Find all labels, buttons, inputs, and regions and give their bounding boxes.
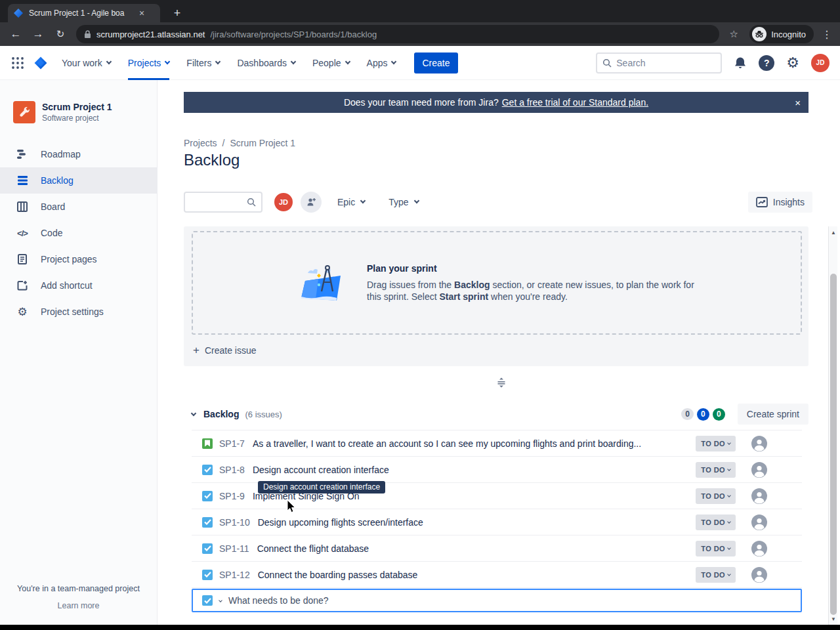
task-check-icon xyxy=(204,519,211,525)
issue-status[interactable]: TO DO xyxy=(696,567,736,583)
notifications-bell-icon[interactable] xyxy=(734,56,747,70)
chevron-down-icon xyxy=(727,572,731,576)
new-issue-input[interactable] xyxy=(228,595,794,606)
issue-type-icon[interactable] xyxy=(202,595,213,606)
roadmap-icon xyxy=(16,149,29,159)
issue-status[interactable]: TO DO xyxy=(696,436,736,452)
global-search-input[interactable] xyxy=(616,58,708,68)
issue-row[interactable]: SP1-12 Connect the boarding passes datab… xyxy=(192,562,802,588)
issue-key: SP1-7 xyxy=(219,438,245,449)
issue-row[interactable]: SP1-7 As a traveller, I want to create a… xyxy=(192,430,802,457)
jira-favicon xyxy=(13,8,24,18)
issue-type-icon xyxy=(202,491,213,501)
issue-type-icon xyxy=(202,438,213,449)
sidebar-item-label: Add shortcut xyxy=(41,280,93,291)
issue-status[interactable]: TO DO xyxy=(696,541,736,556)
settings-gear-icon[interactable] xyxy=(786,56,799,70)
breadcrumb-projects[interactable]: Projects xyxy=(184,138,217,148)
issue-status[interactable]: TO DO xyxy=(696,514,736,530)
scrollbar[interactable] xyxy=(828,226,837,625)
sidebar-item-backlog[interactable]: Backlog xyxy=(0,167,157,194)
banner-trial-link[interactable]: Get a free trial of our Standard plan. xyxy=(502,97,648,108)
breadcrumb-current[interactable]: Scrum Project 1 xyxy=(230,138,295,148)
issue-status[interactable]: TO DO xyxy=(696,462,736,478)
nav-your-work[interactable]: Your work xyxy=(62,46,111,80)
sidebar-menu: Roadmap Backlog Board </> Code xyxy=(0,141,157,325)
chevron-down-icon xyxy=(215,58,220,64)
chevron-down-icon xyxy=(727,494,731,497)
issue-status[interactable]: TO DO xyxy=(696,488,736,504)
nav-label: People xyxy=(312,58,341,68)
member-avatar[interactable]: JD xyxy=(273,192,294,213)
assignee-avatar-icon[interactable] xyxy=(751,541,767,556)
backlog-search-input[interactable] xyxy=(190,198,243,207)
create-issue-button[interactable]: Create issue xyxy=(193,344,257,357)
create-sprint-button[interactable]: Create sprint xyxy=(738,404,808,425)
type-filter[interactable]: Type xyxy=(388,197,418,207)
nav-filters[interactable]: Filters xyxy=(186,46,220,80)
mouse-cursor xyxy=(287,500,297,514)
forward-icon[interactable] xyxy=(29,25,47,43)
assignee-avatar-icon[interactable] xyxy=(751,436,767,452)
url-bar[interactable]: scrumproject21.atlassian.net/jira/softwa… xyxy=(76,25,719,43)
nav-projects[interactable]: Projects xyxy=(128,46,170,80)
collapse-chevron-icon[interactable] xyxy=(191,411,196,416)
jira-logo-icon[interactable] xyxy=(34,56,47,70)
back-icon[interactable] xyxy=(7,25,25,43)
insights-button[interactable]: Insights xyxy=(748,192,812,213)
resize-handle-icon[interactable] xyxy=(496,377,507,388)
issue-type-icon xyxy=(202,570,213,580)
sprint-panel: Plan your sprint Drag issues from the Ba… xyxy=(184,226,808,366)
global-search[interactable] xyxy=(596,52,722,74)
assignee-avatar-icon[interactable] xyxy=(751,514,767,530)
nav-people[interactable]: People xyxy=(312,46,350,80)
sidebar-item-code[interactable]: </> Code xyxy=(0,220,157,246)
backlog-search[interactable] xyxy=(184,192,262,213)
browser-tab[interactable]: Scrum Project 1 - Agile boa xyxy=(8,4,160,22)
nav-apps[interactable]: Apps xyxy=(367,46,396,80)
new-tab-button[interactable] xyxy=(169,5,185,21)
scrollbar-thumb[interactable] xyxy=(830,274,837,615)
issue-row[interactable]: SP1-8 Design account creation interface … xyxy=(192,457,802,483)
banner-close-icon[interactable] xyxy=(795,92,801,113)
user-avatar[interactable]: JD xyxy=(811,54,830,72)
assignee-avatar-icon[interactable] xyxy=(751,462,767,478)
project-type: Software project xyxy=(42,114,112,123)
banner-text: Does your team need more from Jira? xyxy=(344,97,499,108)
browser-menu-icon[interactable] xyxy=(820,28,833,41)
issue-key: SP1-8 xyxy=(219,465,245,475)
sidebar-item-project-settings[interactable]: Project settings xyxy=(0,299,157,325)
assignee-avatar-icon[interactable] xyxy=(751,488,767,504)
pages-icon xyxy=(16,254,29,264)
issue-summary: Design upcoming flights screen/interface xyxy=(258,517,690,528)
sidebar-item-board[interactable]: Board xyxy=(0,194,157,220)
story-icon xyxy=(204,440,211,447)
epic-filter[interactable]: Epic xyxy=(337,197,365,207)
learn-more-link[interactable]: Learn more xyxy=(0,601,157,610)
reload-icon[interactable] xyxy=(51,25,70,43)
bookmark-star-icon[interactable] xyxy=(726,28,742,40)
scroll-up-icon[interactable] xyxy=(829,228,838,237)
sprint-panel-title: Plan your sprint xyxy=(367,263,695,274)
issue-row[interactable]: SP1-11 Connect the flight database TO DO xyxy=(192,536,802,562)
sprint-map-illustration xyxy=(299,262,350,303)
create-button[interactable]: Create xyxy=(414,52,457,74)
assignee-avatar-icon[interactable] xyxy=(751,567,767,583)
inline-create-issue[interactable] xyxy=(192,589,802,612)
sprint-panel-description: Drag issues from the Backlog section, or… xyxy=(367,279,695,303)
issue-row[interactable]: SP1-10 Design upcoming flights screen/in… xyxy=(192,509,802,536)
issue-type-icon xyxy=(202,517,213,528)
sidebar-item-roadmap[interactable]: Roadmap xyxy=(0,141,157,167)
scroll-down-icon[interactable] xyxy=(829,614,838,623)
issue-type-icon xyxy=(202,543,213,554)
nav-label: Dashboards xyxy=(237,58,287,68)
tab-title: Scrum Project 1 - Agile boa xyxy=(29,9,134,18)
nav-dashboards[interactable]: Dashboards xyxy=(237,46,295,80)
tab-close-icon[interactable] xyxy=(139,9,144,18)
add-people-button[interactable] xyxy=(301,192,322,213)
sidebar-item-project-pages[interactable]: Project pages xyxy=(0,246,157,272)
app-switcher-icon[interactable] xyxy=(10,56,25,70)
help-icon[interactable] xyxy=(759,55,774,71)
type-picker-chevron-icon[interactable] xyxy=(219,598,222,602)
sidebar-item-add-shortcut[interactable]: Add shortcut xyxy=(0,272,157,299)
